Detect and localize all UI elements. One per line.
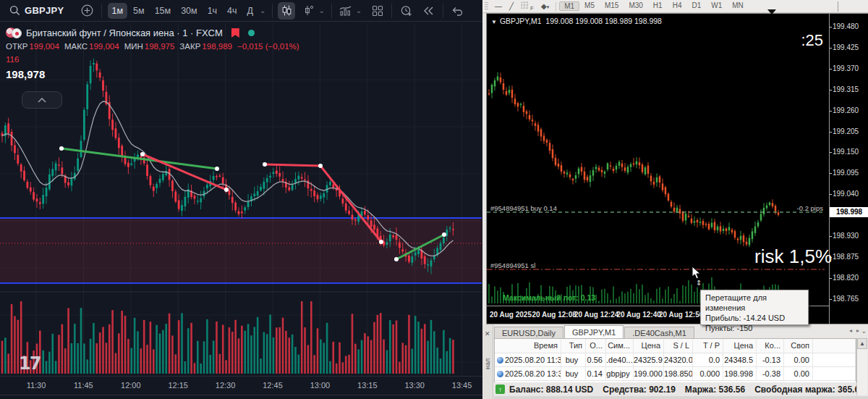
table-scrollbar[interactable]: ▲ xyxy=(856,338,867,395)
timeframe-button-5м[interactable]: 5м xyxy=(129,3,149,19)
chart-tab[interactable]: EURUSD,Daily xyxy=(494,327,563,338)
ohlc-value: 199,004 xyxy=(89,42,119,51)
price-tick-label: 198.820 xyxy=(833,274,859,282)
column-header[interactable]: S / L xyxy=(664,339,693,353)
order-cell: 0.56 xyxy=(586,353,606,366)
timeframe-button-4ч[interactable]: 4ч xyxy=(223,3,241,19)
mt-timeframe-button-M15[interactable]: M15 xyxy=(600,1,624,11)
price-tick-label: 199.315 xyxy=(833,85,859,93)
toolbar-divider xyxy=(272,4,273,18)
max-lot-label: Максимальный лот: 0.13 xyxy=(503,293,595,302)
chart-title[interactable]: Британский фунт / Японская иена · 1 · FX… xyxy=(26,28,223,38)
chart-tab[interactable]: .DE40Cash,M1 xyxy=(624,327,694,338)
timeframe-group: 1м5м15м30м1ч4чД xyxy=(107,3,259,19)
column-header[interactable]: Время xyxy=(495,339,561,353)
timeframe-button-15м[interactable]: 15м xyxy=(150,3,176,19)
order-row[interactable]: 2025.08.20 13:39...buy0.14gbpjpy199.0001… xyxy=(495,367,856,381)
mt-chart-area[interactable]: ▼GBPJPY,M1 199.008 199.008 198.989 198.9… xyxy=(486,13,868,324)
timeframe-button-1ч[interactable]: 1ч xyxy=(203,3,221,19)
column-header[interactable]: Цена xyxy=(634,339,664,353)
mt-price-scale[interactable]: 198.998 199.480199.425199.370199.315199.… xyxy=(830,14,868,324)
column-header[interactable]: Сим... xyxy=(606,339,634,353)
order-cell: -0.13 xyxy=(757,353,784,366)
order-cell: 0.14 xyxy=(586,367,606,380)
scroll-up-icon[interactable]: ▲ xyxy=(857,338,867,349)
order-cell: 198.850 xyxy=(664,367,693,380)
alert-clock-icon[interactable] xyxy=(397,2,414,20)
compare-add-icon[interactable] xyxy=(79,2,96,20)
undo-icon[interactable] xyxy=(448,2,466,20)
column-header[interactable]: Цена xyxy=(723,339,757,353)
search-icon[interactable] xyxy=(6,2,23,20)
sl-order-label[interactable]: #954894951 sl xyxy=(490,261,535,269)
timeframe-button-Д[interactable]: Д xyxy=(243,3,258,19)
grid-tool-icon[interactable]: F xyxy=(517,1,537,12)
mt-timeframe-button-H4[interactable]: H4 xyxy=(668,1,687,11)
mt-timeframe-button-W1[interactable]: W1 xyxy=(706,1,727,11)
ohlc-label: ЗАКР xyxy=(179,42,200,51)
mt-timeframe-button-D1[interactable]: D1 xyxy=(686,1,706,11)
mt-timeframe-button-MN[interactable]: MN xyxy=(727,1,749,11)
symbol-search-button[interactable]: GBPJPY xyxy=(25,5,64,16)
chevron-down-icon[interactable]: ⌄ xyxy=(861,327,867,335)
mt-timeframe-button-H1[interactable]: H1 xyxy=(648,1,668,11)
layout-grid-icon[interactable] xyxy=(369,2,386,20)
buy-order-label[interactable]: #954894951 buy 0.14 xyxy=(490,204,557,212)
order-cell: 198.998 xyxy=(723,367,757,380)
deposit-icon: ↑ xyxy=(495,385,505,394)
mt-timeframe-button-M5[interactable]: M5 xyxy=(579,1,600,11)
order-type-icon xyxy=(497,371,503,377)
indicators-icon[interactable] xyxy=(337,2,354,20)
time-tick-label: 13:30 xyxy=(404,381,425,390)
trendline-tool-icon[interactable]: ╱ xyxy=(506,2,517,10)
order-cell: 0.000 xyxy=(693,367,723,380)
line-tool-icon[interactable]: — xyxy=(491,2,506,10)
chart-shift-marker[interactable] xyxy=(767,9,776,14)
mt-timeframe-button-M30[interactable]: M30 xyxy=(624,1,647,11)
price-tick-label: 199.480 xyxy=(833,22,859,30)
column-header[interactable]: T / P xyxy=(693,339,723,353)
chevron-down-icon[interactable]: ⌄ xyxy=(317,7,326,14)
chart-tab[interactable]: GBPJPY,M1 xyxy=(564,325,624,338)
chevron-down-icon[interactable]: ⌄ xyxy=(258,7,267,14)
order-row[interactable]: 2025.08.20 11:37...buy0.56.de40...24325.… xyxy=(495,353,856,367)
close-icon[interactable]: ✕ xyxy=(485,330,490,337)
candles-style-icon[interactable] xyxy=(278,2,295,20)
replay-icon[interactable] xyxy=(420,2,438,20)
mt-timeframe-button-M1[interactable]: M1 xyxy=(559,1,579,11)
time-tick-label: 11:45 xyxy=(74,381,93,390)
timeframe-button-30м[interactable]: 30м xyxy=(176,3,202,19)
order-cell: 24320.0 xyxy=(664,353,693,366)
tradingview-logo: 17 xyxy=(19,353,40,374)
collapse-panel-button[interactable] xyxy=(22,91,62,109)
time-tick-label: 20 Aug 12:56 xyxy=(659,311,703,319)
order-type-icon xyxy=(497,357,503,364)
time-tick-label: 12:45 xyxy=(263,381,283,390)
toolbar-drag-handle[interactable] xyxy=(485,2,488,11)
tv-time-axis[interactable]: 11:3011:4512:0012:1512:3012:4513:0013:15… xyxy=(0,376,482,395)
shapes-tool-icon[interactable]: ◆▾ xyxy=(537,2,553,10)
order-cell: 199.000 xyxy=(634,367,664,380)
toolbar-divider xyxy=(391,4,392,18)
time-tick-label: 12:15 xyxy=(168,381,188,390)
timeframe-button-1м[interactable]: 1м xyxy=(108,3,128,19)
terminal-vertical-label[interactable]: нал xyxy=(484,358,491,369)
column-header[interactable]: Тип xyxy=(561,339,586,353)
trading-workspace: GBPJPY 1м5м15м30м1ч4чД ⌄ ⌄ ⌄ xyxy=(0,0,868,399)
status-segment: Баланс: 888.14 USD xyxy=(509,385,593,395)
toolbar-divider xyxy=(331,4,332,18)
price-tick-label: 199.150 xyxy=(833,148,859,156)
chevron-down-icon[interactable]: ⌄ xyxy=(354,7,363,14)
column-header[interactable]: Ко... xyxy=(757,339,784,353)
column-filler xyxy=(813,339,856,353)
order-cell: 2025.08.20 11:37... xyxy=(495,353,561,366)
column-header[interactable]: Своп xyxy=(784,339,813,353)
resize-strip[interactable] xyxy=(494,396,868,399)
time-tick-label: 13:00 xyxy=(310,381,331,390)
candle-alt-style-icon[interactable] xyxy=(299,2,317,20)
market-status-icon[interactable] xyxy=(248,30,255,36)
time-tick-label: 11:30 xyxy=(27,381,46,390)
column-header[interactable]: О... xyxy=(586,339,606,353)
collapse-triangle-icon[interactable]: ▼ xyxy=(491,19,497,25)
flag-icon[interactable] xyxy=(231,28,239,38)
